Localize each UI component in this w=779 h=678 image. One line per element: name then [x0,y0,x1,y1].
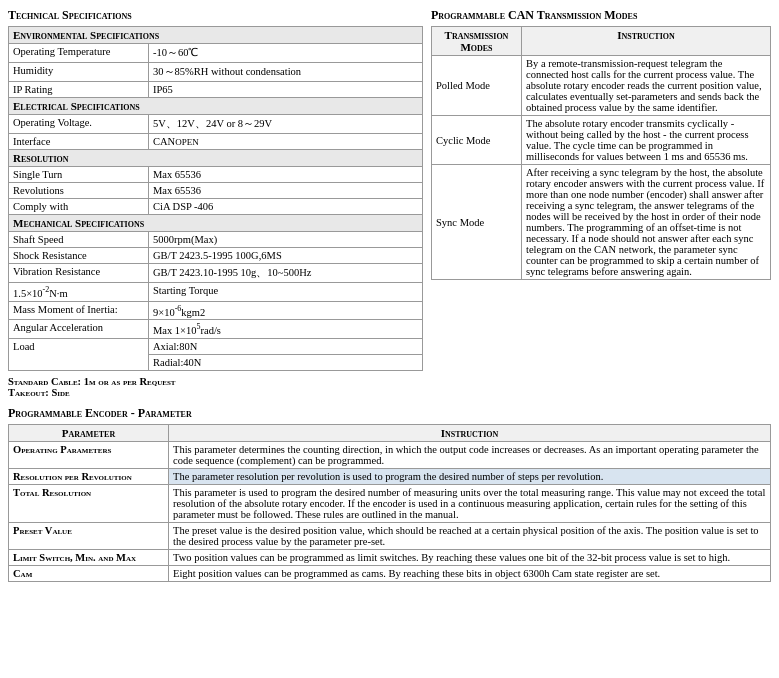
mech-row-1-label: Shock Resistance [9,248,149,264]
elec-row-0-value: 5V、12V、24V or 8～29V [149,115,423,134]
param-5-name: Cam [9,565,169,581]
param-row-3: Preset Value The preset value is the des… [9,522,771,549]
res-row-2-label: Comply with [9,199,149,215]
mech-row-0-value: 5000rpm(Max) [149,232,423,248]
elec-row-0-label: Operating Voltage. [9,115,149,134]
env-row-0-value: -10～60℃ [149,44,423,63]
col-instruction-header: Instruction [522,27,771,56]
param-0-name: Operating Parameters [9,441,169,468]
mech-row-3-value: Starting Torque [149,283,423,302]
mech-spec-header: Mechanical Specifications [9,215,423,232]
res-row-0-label: Single Turn [9,167,149,183]
env-row-2-label: IP Rating [9,82,149,98]
param-1-name: Resolution per Revolution [9,468,169,484]
mech-row-0-label: Shaft Speed [9,232,149,248]
res-row-1-value: Max 65536 [149,183,423,199]
col-modes-header: Transmission Modes [432,27,522,56]
polled-mode-text: By a remote-transmission-request telegra… [522,56,771,116]
param-row-2: Total Resolution This parameter is used … [9,484,771,522]
param-3-text: The preset value is the desired position… [169,522,771,549]
env-row-1-value: 30～85%RH without condensation [149,63,423,82]
cyclic-mode-row: Cyclic Mode The absolute rotary encoder … [432,116,771,165]
left-section: Technical Specifications Environmental S… [8,8,423,398]
can-table: Transmission Modes Instruction Polled Mo… [431,26,771,280]
mech-row-5-value: Max 1×105rad/s [149,320,423,339]
param-1-text: The parameter resolution per revolution … [169,468,771,484]
param-5-text: Eight position values can be programmed … [169,565,771,581]
param-row-5: Cam Eight position values can be program… [9,565,771,581]
param-table: Parameter Instruction Operating Paramete… [8,424,771,582]
tech-spec-title: Technical Specifications [8,8,423,23]
prog-can-title: Programmable CAN Transmission Modes [431,8,771,23]
footer-notes: Standard Cable: 1m or as per Request Tak… [8,376,423,398]
cable-label: Standard Cable: [8,376,84,387]
cable-note: Standard Cable: 1m or as per Request [8,376,423,387]
env-row-1-label: Humidity [9,63,149,82]
tech-spec-table: Environmental Specifications Operating T… [8,26,423,371]
cyclic-mode-name: Cyclic Mode [432,116,522,165]
mech-row-4-value: 9×10-6kgm2 [149,301,423,320]
res-row-2-value: CiA DSP -406 [149,199,423,215]
polled-mode-row: Polled Mode By a remote-transmission-req… [432,56,771,116]
cyclic-mode-text: The absolute rotary encoder transmits cy… [522,116,771,165]
mech-row-3-label: 1.5×10-2N·m [9,283,149,302]
res-row-1-label: Revolutions [9,183,149,199]
right-section: Programmable CAN Transmission Modes Tran… [431,8,771,398]
mech-row-1-value: GB/T 2423.5-1995 100G,6MS [149,248,423,264]
mech-row-2-value: GB/T 2423.10-1995 10g、10~500Hz [149,264,423,283]
param-row-4: Limit Switch, Min. and Max Two position … [9,549,771,565]
param-col-header: Parameter [9,424,169,441]
cable-value: 1m or as per Request [84,376,176,387]
elec-spec-header: Electrical Specifications [9,98,423,115]
param-row-0: Operating Parameters This parameter dete… [9,441,771,468]
res-header: Resolution [9,150,423,167]
sync-mode-name: Sync Mode [432,165,522,280]
param-4-name: Limit Switch, Min. and Max [9,549,169,565]
param-3-name: Preset Value [9,522,169,549]
param-row-1: Resolution per Revolution The parameter … [9,468,771,484]
mech-row-5-label: Angular Acceleration [9,320,149,339]
env-spec-header: Environmental Specifications [9,27,423,44]
mech-row-2-label: Vibration Resistance [9,264,149,283]
res-row-0-value: Max 65536 [149,167,423,183]
param-2-text: This parameter is used to program the de… [169,484,771,522]
elec-row-1-label: Interface [9,134,149,150]
polled-mode-name: Polled Mode [432,56,522,116]
param-2-name: Total Resolution [9,484,169,522]
bottom-title: Programmable Encoder - Parameter [8,406,771,421]
param-4-text: Two position values can be programmed as… [169,549,771,565]
load-axial-value: Axial:80N [149,338,423,354]
mech-row-4-label: Mass Moment of Inertia: [9,301,149,320]
sync-mode-text: After receiving a sync telegram by the h… [522,165,771,280]
load-label: Load [9,338,149,370]
env-row-2-value: IP65 [149,82,423,98]
takeout-value: Side [51,387,69,398]
load-radial-value: Radial:40N [149,354,423,370]
sync-mode-row: Sync Mode After receiving a sync telegra… [432,165,771,280]
env-row-0-label: Operating Temperature [9,44,149,63]
instruction-col-header: Instruction [169,424,771,441]
takeout-note: Takeout: Side [8,387,423,398]
elec-row-1-value: CANOPEN [149,134,423,150]
takeout-label: Takeout: [8,387,51,398]
bottom-section: Programmable Encoder - Parameter Paramet… [8,406,771,582]
param-0-text: This parameter determines the counting d… [169,441,771,468]
